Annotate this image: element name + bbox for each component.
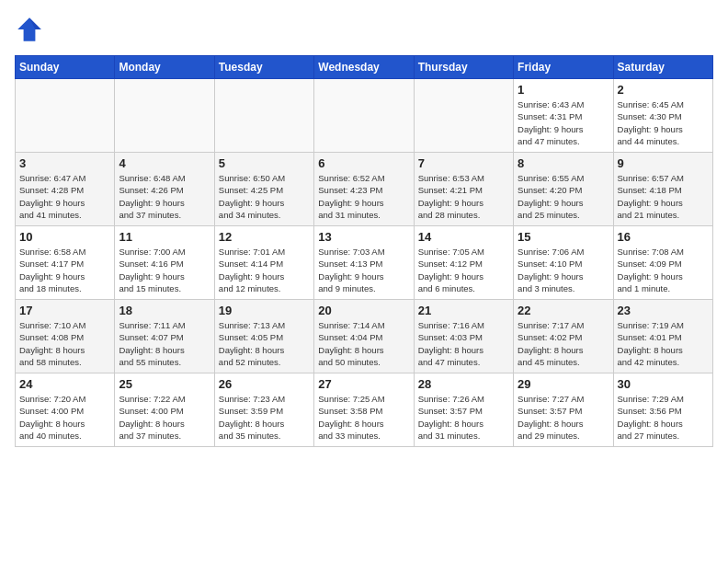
day-info: Sunrise: 6:47 AM Sunset: 4:28 PM Dayligh… xyxy=(19,172,110,221)
calendar-cell: 18Sunrise: 7:11 AM Sunset: 4:07 PM Dayli… xyxy=(115,300,214,373)
day-number: 8 xyxy=(518,156,609,170)
calendar-row: 24Sunrise: 7:20 AM Sunset: 4:00 PM Dayli… xyxy=(16,373,713,447)
day-info: Sunrise: 7:00 AM Sunset: 4:16 PM Dayligh… xyxy=(119,246,210,294)
day-info: Sunrise: 7:16 AM Sunset: 4:03 PM Dayligh… xyxy=(418,319,509,368)
calendar-table: SundayMondayTuesdayWednesdayThursdayFrid… xyxy=(15,55,713,447)
weekday-header: Monday xyxy=(115,56,214,79)
calendar-cell: 4Sunrise: 6:48 AM Sunset: 4:26 PM Daylig… xyxy=(115,153,214,226)
calendar-row: 3Sunrise: 6:47 AM Sunset: 4:28 PM Daylig… xyxy=(16,153,713,226)
day-number: 3 xyxy=(19,156,110,170)
calendar-cell: 25Sunrise: 7:22 AM Sunset: 4:00 PM Dayli… xyxy=(115,373,214,447)
day-number: 10 xyxy=(19,230,110,244)
day-number: 7 xyxy=(418,156,509,170)
calendar-cell: 15Sunrise: 7:06 AM Sunset: 4:10 PM Dayli… xyxy=(514,226,613,300)
day-info: Sunrise: 7:01 AM Sunset: 4:14 PM Dayligh… xyxy=(219,246,310,294)
calendar-cell: 14Sunrise: 7:05 AM Sunset: 4:12 PM Dayli… xyxy=(414,226,513,300)
calendar-cell: 24Sunrise: 7:20 AM Sunset: 4:00 PM Dayli… xyxy=(16,373,115,447)
calendar-cell: 16Sunrise: 7:08 AM Sunset: 4:09 PM Dayli… xyxy=(613,226,712,300)
weekday-header: Thursday xyxy=(414,56,513,79)
day-info: Sunrise: 7:08 AM Sunset: 4:09 PM Dayligh… xyxy=(618,246,709,294)
calendar-cell: 17Sunrise: 7:10 AM Sunset: 4:08 PM Dayli… xyxy=(16,300,115,373)
day-info: Sunrise: 6:52 AM Sunset: 4:23 PM Dayligh… xyxy=(318,172,409,221)
day-info: Sunrise: 7:22 AM Sunset: 4:00 PM Dayligh… xyxy=(119,393,210,442)
day-number: 5 xyxy=(219,156,310,170)
day-number: 19 xyxy=(219,304,310,317)
calendar-cell: 9Sunrise: 6:57 AM Sunset: 4:18 PM Daylig… xyxy=(613,153,712,226)
calendar-cell: 2Sunrise: 6:45 AM Sunset: 4:30 PM Daylig… xyxy=(613,79,712,153)
day-info: Sunrise: 7:19 AM Sunset: 4:01 PM Dayligh… xyxy=(618,319,709,368)
calendar-cell: 22Sunrise: 7:17 AM Sunset: 4:02 PM Dayli… xyxy=(514,300,613,373)
weekday-header: Sunday xyxy=(16,56,115,79)
page-header xyxy=(15,15,713,44)
day-number: 23 xyxy=(618,304,709,317)
calendar-cell: 27Sunrise: 7:25 AM Sunset: 3:58 PM Dayli… xyxy=(314,373,414,447)
day-info: Sunrise: 7:06 AM Sunset: 4:10 PM Dayligh… xyxy=(518,246,609,294)
calendar-cell: 7Sunrise: 6:53 AM Sunset: 4:21 PM Daylig… xyxy=(414,153,513,226)
day-info: Sunrise: 6:58 AM Sunset: 4:17 PM Dayligh… xyxy=(19,246,110,294)
calendar-cell: 11Sunrise: 7:00 AM Sunset: 4:16 PM Dayli… xyxy=(115,226,214,300)
day-info: Sunrise: 7:10 AM Sunset: 4:08 PM Dayligh… xyxy=(19,319,110,368)
weekday-header: Wednesday xyxy=(314,56,414,79)
calendar-cell: 30Sunrise: 7:29 AM Sunset: 3:56 PM Dayli… xyxy=(613,373,712,447)
day-number: 15 xyxy=(518,230,609,244)
day-number: 22 xyxy=(518,304,609,317)
day-number: 14 xyxy=(418,230,509,244)
day-info: Sunrise: 6:53 AM Sunset: 4:21 PM Dayligh… xyxy=(418,172,509,221)
logo-icon xyxy=(15,15,44,44)
calendar-cell xyxy=(414,79,513,153)
day-number: 29 xyxy=(518,377,609,391)
day-info: Sunrise: 7:26 AM Sunset: 3:57 PM Dayligh… xyxy=(418,393,509,442)
day-info: Sunrise: 6:45 AM Sunset: 4:30 PM Dayligh… xyxy=(618,98,709,147)
day-info: Sunrise: 6:55 AM Sunset: 4:20 PM Dayligh… xyxy=(518,172,609,221)
calendar-cell: 1Sunrise: 6:43 AM Sunset: 4:31 PM Daylig… xyxy=(514,79,613,153)
day-info: Sunrise: 7:27 AM Sunset: 3:57 PM Dayligh… xyxy=(518,393,609,442)
calendar-cell: 19Sunrise: 7:13 AM Sunset: 4:05 PM Dayli… xyxy=(214,300,313,373)
calendar-cell: 28Sunrise: 7:26 AM Sunset: 3:57 PM Dayli… xyxy=(414,373,513,447)
day-number: 28 xyxy=(418,377,509,391)
day-info: Sunrise: 7:20 AM Sunset: 4:00 PM Dayligh… xyxy=(19,393,110,442)
day-info: Sunrise: 6:48 AM Sunset: 4:26 PM Dayligh… xyxy=(119,172,210,221)
day-number: 4 xyxy=(119,156,210,170)
day-number: 16 xyxy=(618,230,709,244)
calendar-cell: 23Sunrise: 7:19 AM Sunset: 4:01 PM Dayli… xyxy=(613,300,712,373)
calendar-cell xyxy=(115,79,214,153)
calendar-row: 1Sunrise: 6:43 AM Sunset: 4:31 PM Daylig… xyxy=(16,79,713,153)
day-number: 2 xyxy=(618,83,709,97)
day-info: Sunrise: 7:13 AM Sunset: 4:05 PM Dayligh… xyxy=(219,319,310,368)
calendar-cell: 10Sunrise: 6:58 AM Sunset: 4:17 PM Dayli… xyxy=(16,226,115,300)
calendar-cell: 26Sunrise: 7:23 AM Sunset: 3:59 PM Dayli… xyxy=(214,373,313,447)
day-number: 26 xyxy=(219,377,310,391)
day-info: Sunrise: 6:50 AM Sunset: 4:25 PM Dayligh… xyxy=(219,172,310,221)
day-info: Sunrise: 7:03 AM Sunset: 4:13 PM Dayligh… xyxy=(318,246,409,294)
calendar-cell: 6Sunrise: 6:52 AM Sunset: 4:23 PM Daylig… xyxy=(314,153,414,226)
day-number: 27 xyxy=(318,377,409,391)
weekday-header: Friday xyxy=(514,56,613,79)
calendar-cell xyxy=(16,79,115,153)
day-number: 20 xyxy=(318,304,409,317)
day-number: 18 xyxy=(119,304,210,317)
calendar-cell: 13Sunrise: 7:03 AM Sunset: 4:13 PM Dayli… xyxy=(314,226,414,300)
day-number: 6 xyxy=(318,156,409,170)
day-number: 9 xyxy=(618,156,709,170)
calendar-cell: 3Sunrise: 6:47 AM Sunset: 4:28 PM Daylig… xyxy=(16,153,115,226)
logo xyxy=(15,15,48,44)
day-number: 21 xyxy=(418,304,509,317)
day-number: 24 xyxy=(19,377,110,391)
day-number: 1 xyxy=(518,83,609,97)
weekday-header: Saturday xyxy=(613,56,712,79)
day-number: 17 xyxy=(19,304,110,317)
day-info: Sunrise: 7:23 AM Sunset: 3:59 PM Dayligh… xyxy=(219,393,310,442)
day-info: Sunrise: 7:14 AM Sunset: 4:04 PM Dayligh… xyxy=(318,319,409,368)
calendar-cell: 29Sunrise: 7:27 AM Sunset: 3:57 PM Dayli… xyxy=(514,373,613,447)
day-info: Sunrise: 6:57 AM Sunset: 4:18 PM Dayligh… xyxy=(618,172,709,221)
day-number: 13 xyxy=(318,230,409,244)
day-info: Sunrise: 6:43 AM Sunset: 4:31 PM Dayligh… xyxy=(518,98,609,147)
day-info: Sunrise: 7:17 AM Sunset: 4:02 PM Dayligh… xyxy=(518,319,609,368)
weekday-header: Tuesday xyxy=(214,56,313,79)
day-number: 11 xyxy=(119,230,210,244)
calendar-cell: 12Sunrise: 7:01 AM Sunset: 4:14 PM Dayli… xyxy=(214,226,313,300)
calendar-row: 10Sunrise: 6:58 AM Sunset: 4:17 PM Dayli… xyxy=(16,226,713,300)
calendar-cell: 20Sunrise: 7:14 AM Sunset: 4:04 PM Dayli… xyxy=(314,300,414,373)
day-info: Sunrise: 7:11 AM Sunset: 4:07 PM Dayligh… xyxy=(119,319,210,368)
day-number: 30 xyxy=(618,377,709,391)
